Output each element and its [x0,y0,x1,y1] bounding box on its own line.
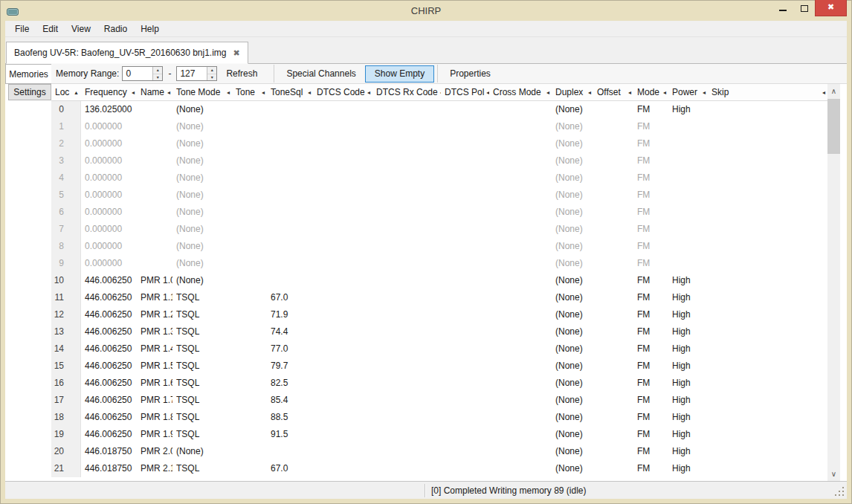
grid-header-tone_mode[interactable]: Tone Mode◂ [172,84,232,100]
cell-dtcs_pol-3[interactable] [441,152,489,169]
cell-tone_mode-6[interactable]: (None) [172,204,232,221]
cell-tonesql-8[interactable] [267,238,313,255]
cell-skip-12[interactable] [708,306,827,323]
cell-loc-21[interactable]: 21 [51,460,81,477]
cell-name-13[interactable]: PMR 1.3 [137,323,172,340]
cell-cross_mode-12[interactable] [489,306,552,323]
cell-frequency-10[interactable]: 446.006250 [81,272,137,289]
cell-dtcs_code-2[interactable] [313,135,372,152]
cell-duplex-17[interactable]: (None) [552,392,593,409]
cell-power-2[interactable] [668,135,708,152]
menu-file[interactable]: File [8,21,36,36]
cell-offset-16[interactable] [593,375,633,392]
cell-duplex-21[interactable]: (None) [552,460,593,477]
cell-cross_mode-7[interactable] [489,221,552,238]
cell-skip-19[interactable] [708,426,827,443]
cell-frequency-7[interactable]: 0.000000 [81,221,137,238]
cell-tone_mode-8[interactable]: (None) [172,238,232,255]
cell-duplex-3[interactable]: (None) [552,152,593,169]
cell-mode-1[interactable]: FM [633,118,668,135]
cell-tonesql-5[interactable] [267,187,313,204]
cell-name-1[interactable] [137,118,172,135]
cell-dtcs_pol-21[interactable] [441,460,489,477]
cell-tone_mode-4[interactable]: (None) [172,169,232,187]
cell-duplex-8[interactable]: (None) [552,238,593,255]
cell-skip-5[interactable] [708,187,827,204]
cell-offset-6[interactable] [593,204,633,221]
cell-skip-11[interactable] [708,289,827,306]
cell-dtcs_pol-14[interactable] [441,340,489,358]
cell-loc-8[interactable]: 8 [51,238,81,255]
cell-tone_mode-21[interactable]: TSQL [172,460,232,477]
cell-cross_mode-17[interactable] [489,392,552,409]
cell-name-11[interactable]: PMR 1.1 [137,289,172,306]
vertical-scrollbar[interactable]: ∧ ∨ [827,84,840,481]
cell-cross_mode-14[interactable] [489,340,552,358]
cell-dtcs_pol-1[interactable] [441,118,489,135]
cell-duplex-6[interactable]: (None) [552,204,593,221]
cell-dtcs_rx_code-15[interactable] [372,358,441,375]
cell-offset-15[interactable] [593,358,633,375]
cell-loc-19[interactable]: 19 [51,426,81,443]
cell-mode-3[interactable]: FM [633,152,668,169]
cell-tonesql-21[interactable]: 67.0 [267,460,313,477]
cell-tonesql-4[interactable] [267,169,313,187]
cell-duplex-12[interactable]: (None) [552,306,593,323]
cell-name-17[interactable]: PMR 1.7 [137,392,172,409]
cell-dtcs_code-3[interactable] [313,152,372,169]
resize-grip[interactable] [842,494,844,496]
cell-frequency-9[interactable]: 0.000000 [81,255,137,272]
cell-dtcs_rx_code-12[interactable] [372,306,441,323]
cell-dtcs_rx_code-3[interactable] [372,152,441,169]
cell-cross_mode-0[interactable] [489,101,552,118]
cell-offset-2[interactable] [593,135,633,152]
grid-header-mode[interactable]: Mode◂ [633,84,668,100]
cell-offset-9[interactable] [593,255,633,272]
cell-dtcs_pol-12[interactable] [441,306,489,323]
cell-mode-18[interactable]: FM [633,409,668,426]
cell-tonesql-16[interactable]: 82.5 [267,375,313,392]
cell-power-4[interactable] [668,169,708,187]
cell-duplex-15[interactable]: (None) [552,358,593,375]
cell-duplex-19[interactable]: (None) [552,426,593,443]
cell-tonesql-10[interactable] [267,272,313,289]
cell-offset-12[interactable] [593,306,633,323]
cell-mode-11[interactable]: FM [633,289,668,306]
cell-power-21[interactable]: High [668,460,708,477]
cell-offset-0[interactable] [593,101,633,118]
cell-tone-0[interactable] [232,101,267,118]
cell-skip-2[interactable] [708,135,827,152]
cell-loc-5[interactable]: 5 [51,187,81,204]
cell-duplex-20[interactable]: (None) [552,443,593,460]
cell-skip-6[interactable] [708,204,827,221]
refresh-button[interactable]: Refresh [217,65,266,83]
cell-tone-14[interactable] [232,340,267,358]
cell-loc-2[interactable]: 2 [51,135,81,152]
cell-dtcs_code-17[interactable] [313,392,372,409]
cell-loc-10[interactable]: 10 [51,272,81,289]
cell-tonesql-14[interactable]: 77.0 [267,340,313,358]
cell-offset-4[interactable] [593,169,633,187]
cell-skip-3[interactable] [708,152,827,169]
spin-down-icon[interactable]: ▾ [207,74,216,81]
cell-loc-20[interactable]: 20 [51,443,81,460]
cell-dtcs_rx_code-20[interactable] [372,443,441,460]
grid-header-dtcs_rx_code[interactable]: DTCS Rx Code◂ [372,84,441,100]
cell-name-14[interactable]: PMR 1.4 [137,340,172,358]
cell-dtcs_code-13[interactable] [313,323,372,340]
cell-skip-16[interactable] [708,375,827,392]
cell-offset-20[interactable] [593,443,633,460]
cell-frequency-18[interactable]: 446.006250 [81,409,137,426]
cell-power-5[interactable] [668,187,708,204]
cell-loc-6[interactable]: 6 [51,204,81,221]
cell-name-0[interactable] [137,101,172,118]
cell-dtcs_code-11[interactable] [313,289,372,306]
cell-name-18[interactable]: PMR 1.8 [137,409,172,426]
cell-skip-8[interactable] [708,238,827,255]
cell-tone-1[interactable] [232,118,267,135]
grid-header-dtcs_code[interactable]: DTCS Code◂ [313,84,372,100]
cell-loc-7[interactable]: 7 [51,221,81,238]
cell-tone_mode-2[interactable]: (None) [172,135,232,152]
cell-tone_mode-13[interactable]: TSQL [172,323,232,340]
cell-dtcs_code-20[interactable] [313,443,372,460]
